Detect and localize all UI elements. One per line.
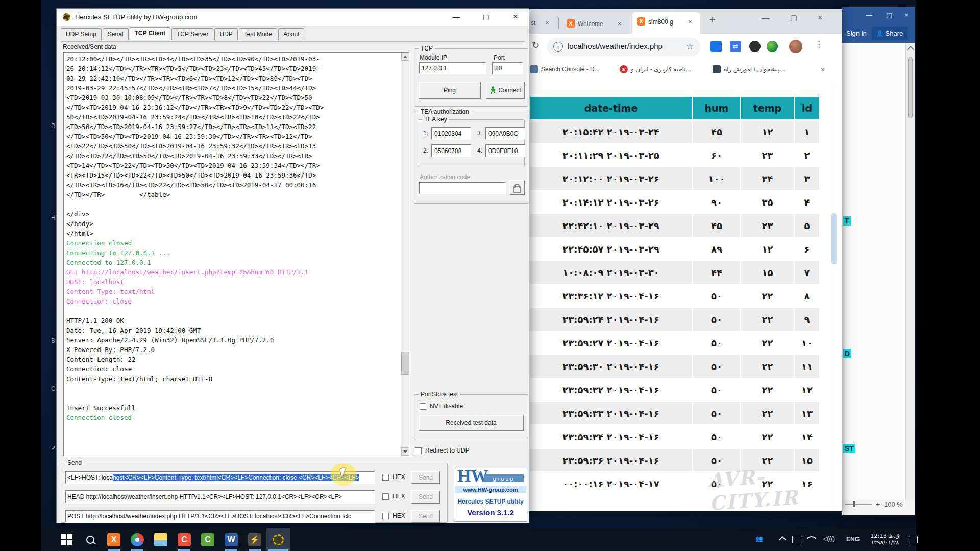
tab-close-icon[interactable]: ×: [618, 20, 622, 28]
people-icon[interactable]: 👥: [755, 535, 763, 542]
send-text-field[interactable]: HEAD http://localhost/weather/insert.php…: [65, 490, 375, 504]
desktop: RHBCP — ▢ × Sign in 👤 Share TDST + 100 %: [0, 0, 980, 551]
tab-tcp-server[interactable]: TCP Server: [172, 28, 213, 40]
browser-tab-1[interactable]: XWelcome×: [561, 14, 630, 34]
chrome-maximize-button[interactable]: ▢: [790, 13, 797, 22]
taskbar-lightning-icon[interactable]: ⚡: [243, 528, 266, 551]
maximize-button[interactable]: ▢: [477, 13, 495, 21]
authorization-lock-button[interactable]: [509, 180, 525, 195]
page-scrollbar[interactable]: [830, 82, 838, 510]
send-text-field[interactable]: <LF>HOST: locahost<CR><LF>Content-Type: …: [65, 471, 375, 484]
scroll-up-icon[interactable]: [906, 46, 914, 53]
touch-keyboard-icon[interactable]: [792, 536, 802, 543]
bookmark-star-icon[interactable]: ☆: [686, 41, 694, 52]
word-share-button[interactable]: 👤 Share: [872, 27, 908, 40]
browser-tab-2[interactable]: Xsim800 g×: [632, 12, 700, 34]
desktop-icon-label: C: [51, 385, 56, 392]
word-close-button[interactable]: ×: [904, 11, 909, 19]
connect-button[interactable]: Connect: [486, 82, 525, 99]
tray-chevron-icon[interactable]: [780, 535, 785, 542]
extension-dark-icon[interactable]: [749, 41, 761, 52]
language-indicator[interactable]: ENG: [846, 536, 860, 543]
terminal-line: [66, 384, 402, 393]
table-cell: ۹: [795, 308, 819, 331]
action-center-icon[interactable]: [909, 536, 918, 543]
profile-avatar[interactable]: [789, 40, 802, 53]
chrome-minimize-button[interactable]: —: [762, 13, 769, 22]
scrollbar-thumb[interactable]: [831, 213, 837, 264]
idm-extension-icon[interactable]: [767, 41, 778, 52]
bookmark-item[interactable]: پیشخوان › آموزش راه...: [713, 65, 785, 73]
ping-button[interactable]: Ping: [419, 82, 481, 99]
tab-close-icon[interactable]: ×: [545, 19, 549, 27]
module-ip-field[interactable]: 127.0.0.1: [419, 62, 486, 74]
tab-udp-setup[interactable]: UDP Setup: [61, 28, 102, 40]
chrome-menu-icon[interactable]: ⋮: [815, 39, 823, 49]
taskbar-camtasia-icon[interactable]: C: [196, 528, 219, 551]
taskbar-search-icon[interactable]: [79, 528, 102, 551]
taskbar-explorer-icon[interactable]: [149, 528, 173, 551]
tab-tcp-client[interactable]: TCP Client: [130, 27, 170, 40]
url-text[interactable]: localhost/weather/index.php: [568, 42, 663, 51]
extension-icon[interactable]: [710, 41, 722, 52]
tea-key-field[interactable]: 090A0B0C: [485, 127, 525, 140]
word-sign-in[interactable]: Sign in: [846, 30, 867, 37]
tab-udp[interactable]: UDP: [214, 28, 237, 40]
address-bar[interactable]: i localhost/weather/index.php ☆: [547, 38, 700, 56]
taskbar-start-button[interactable]: [55, 528, 79, 551]
bookmark-item[interactable]: arناحیه کاربری - ایران و...: [620, 65, 691, 73]
authorization-code-field[interactable]: [419, 182, 506, 194]
send-button[interactable]: Send: [411, 471, 440, 484]
send-button[interactable]: Send: [411, 490, 440, 504]
tea-key-field[interactable]: 0D0E0F10: [485, 144, 525, 157]
new-tab-button[interactable]: +: [709, 14, 716, 26]
received-test-data-button[interactable]: Received test data: [419, 415, 524, 431]
tab-about[interactable]: About: [278, 28, 304, 40]
translate-extension-icon[interactable]: ⇄: [730, 41, 741, 52]
hex-checkbox[interactable]: [382, 474, 389, 481]
tea-key-field[interactable]: 05060708: [431, 144, 471, 157]
word-zoom-control[interactable]: + 100 %: [845, 499, 912, 509]
scrollbar-thumb[interactable]: [401, 352, 409, 375]
tea-key-field[interactable]: 01020304: [431, 127, 471, 140]
bookmark-item[interactable]: Search Console - D...: [530, 65, 600, 73]
word-scrollbar[interactable]: [906, 43, 915, 500]
wifi-icon[interactable]: [807, 536, 816, 542]
browser-tab-partial[interactable]: st ×: [525, 14, 556, 34]
chrome-close-button[interactable]: ×: [818, 13, 822, 22]
taskbar-word-icon[interactable]: W: [219, 528, 243, 551]
bookmarks-overflow-icon[interactable]: »: [821, 65, 825, 73]
table-cell: ۷: [795, 261, 819, 284]
word-maximize-button[interactable]: ▢: [886, 11, 892, 19]
send-button[interactable]: Send: [411, 510, 440, 523]
send-text-field[interactable]: POST http://localhost/weather/index.php …: [65, 510, 375, 523]
tab-serial[interactable]: Serial: [103, 28, 129, 40]
hex-checkbox[interactable]: [382, 513, 389, 519]
close-button[interactable]: ×: [507, 12, 524, 21]
tab-close-icon[interactable]: ×: [688, 18, 692, 26]
port-field[interactable]: 80: [492, 62, 523, 74]
hercules-titlebar[interactable]: Hercules SETUP utility by HW-group.com —…: [57, 9, 529, 27]
page-info-icon[interactable]: i: [553, 42, 563, 52]
terminal-scrollbar[interactable]: [401, 53, 409, 456]
zoom-slider-thumb[interactable]: [853, 501, 855, 507]
taskbar-camtasia-rec-icon[interactable]: C: [173, 528, 196, 551]
taskbar-chrome-icon[interactable]: [126, 528, 149, 551]
minimize-button[interactable]: —: [448, 13, 465, 21]
word-minimize-button[interactable]: —: [866, 11, 872, 19]
table-cell: ۲۲: [741, 285, 794, 307]
volume-icon[interactable]: ◁))): [823, 535, 835, 542]
clock[interactable]: ق.ظ 12:13 ۱۳۹۸/۰۱/۲۸: [866, 533, 904, 546]
scroll-up-icon[interactable]: [401, 53, 409, 61]
zoom-slider[interactable]: [845, 504, 872, 505]
taskbar-hercules-icon[interactable]: [266, 528, 290, 551]
hex-checkbox[interactable]: [382, 493, 389, 500]
taskbar-xampp-icon[interactable]: X: [102, 528, 126, 551]
scroll-down-icon[interactable]: [401, 447, 409, 456]
terminal-area[interactable]: 20:12:00</TD></TR><TR><TD>4</TD><TD>35</…: [63, 52, 410, 457]
redirect-udp-checkbox[interactable]: [415, 447, 422, 454]
reload-icon[interactable]: ↻: [532, 40, 540, 51]
nvt-disable-checkbox[interactable]: [420, 403, 426, 410]
tab-test-mode[interactable]: Test Mode: [239, 28, 277, 40]
zoom-plus-button[interactable]: +: [876, 500, 880, 508]
